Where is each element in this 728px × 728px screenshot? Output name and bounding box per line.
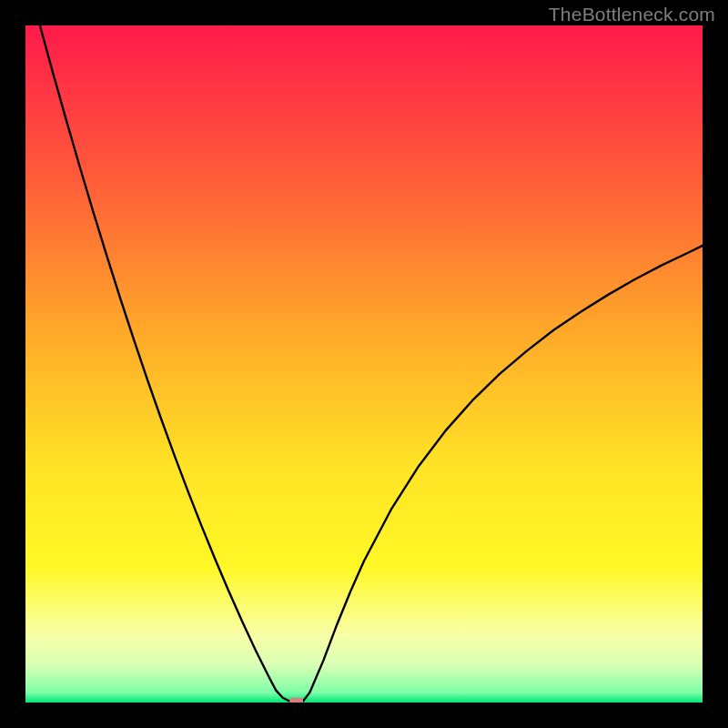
watermark-text: TheBottleneck.com [549, 4, 715, 25]
bottleneck-curve [25, 25, 703, 703]
plot-area [25, 25, 703, 703]
chart-frame: TheBottleneck.com [0, 0, 728, 728]
svg-rect-1 [289, 698, 303, 703]
